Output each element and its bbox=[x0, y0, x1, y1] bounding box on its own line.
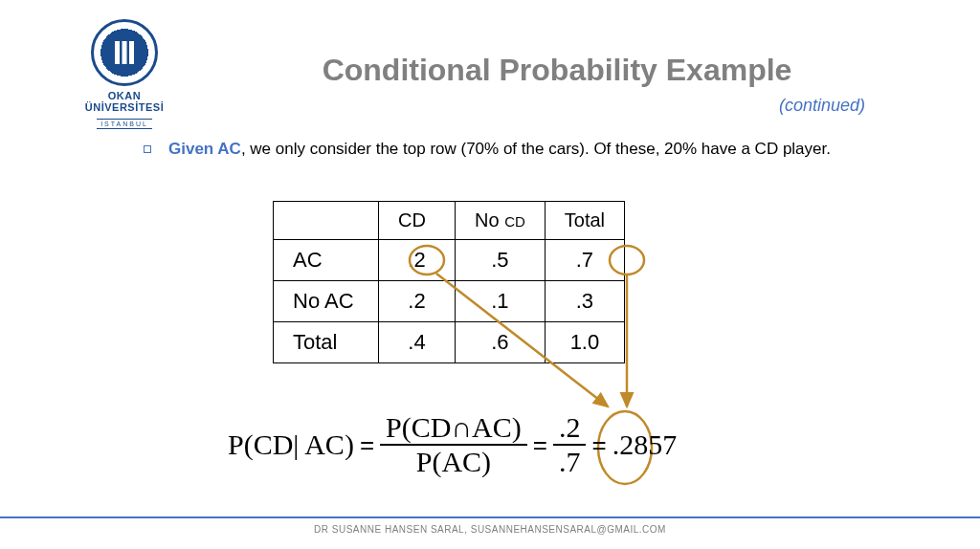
bullet-icon bbox=[144, 145, 151, 153]
table-header-row: CD No CD Total bbox=[274, 202, 625, 240]
table-header-nocd: No CD bbox=[456, 202, 546, 240]
footer-credit: DR SUSANNE HANSEN SARAL, SUSANNEHANSENSA… bbox=[0, 516, 980, 535]
university-logo: OKAN ÜNİVERSİTESİ İSTANBUL bbox=[67, 19, 182, 130]
frac2-den: .7 bbox=[553, 446, 587, 478]
equals-2: = bbox=[533, 430, 547, 460]
fraction-symbolic: P(CD∩AC) P(AC) bbox=[380, 411, 527, 478]
row-label-total: Total bbox=[274, 322, 379, 363]
cell-ac-nocd: .5 bbox=[456, 240, 546, 281]
equals-1: = bbox=[360, 430, 374, 460]
cell-noac-nocd: .1 bbox=[456, 281, 546, 322]
continued-label: (continued) bbox=[191, 96, 923, 116]
bullet-prefix: Given AC bbox=[168, 140, 241, 158]
frac1-num: P(CD∩AC) bbox=[380, 411, 527, 446]
table-header-total: Total bbox=[545, 202, 624, 240]
logo-name: OKAN ÜNİVERSİTESİ bbox=[67, 90, 182, 113]
cell-total-total: 1.0 bbox=[545, 322, 624, 363]
formula-lhs: P(CD| AC) bbox=[228, 428, 354, 461]
table-header-empty bbox=[274, 202, 379, 240]
table-row: Total .4 .6 1.0 bbox=[274, 322, 625, 363]
frac2-num: .2 bbox=[553, 411, 587, 446]
cell-total-cd: .4 bbox=[379, 322, 456, 363]
formula-result: .2857 bbox=[612, 428, 678, 461]
cell-total-nocd: .6 bbox=[456, 322, 546, 363]
table-row: No AC .2 .1 .3 bbox=[274, 281, 625, 322]
bullet-text: Given AC, we only consider the top row (… bbox=[144, 139, 865, 160]
frac1-den: P(AC) bbox=[411, 446, 497, 478]
logo-emblem-icon bbox=[91, 19, 158, 86]
equals-3: = bbox=[591, 430, 606, 460]
cell-ac-cd: .2 bbox=[379, 240, 456, 281]
row-label-ac: AC bbox=[274, 240, 379, 281]
fraction-numeric: .2 .7 bbox=[553, 411, 587, 478]
formula: P(CD| AC) = P(CD∩AC) P(AC) = .2 .7 = .28… bbox=[228, 411, 677, 478]
table-row: AC .2 .5 .7 bbox=[274, 240, 625, 281]
row-label-noac: No AC bbox=[274, 281, 379, 322]
cell-noac-cd: .2 bbox=[379, 281, 456, 322]
table-header-cd: CD bbox=[379, 202, 456, 240]
probability-table: CD No CD Total AC .2 .5 .7 No AC .2 .1 .… bbox=[273, 201, 625, 363]
bullet-rest: , we only consider the top row (70% of t… bbox=[241, 140, 831, 158]
logo-sub: İSTANBUL bbox=[97, 119, 152, 129]
cell-noac-total: .3 bbox=[545, 281, 624, 322]
cell-ac-total: .7 bbox=[545, 240, 624, 281]
page-title: Conditional Probability Example bbox=[191, 53, 923, 88]
